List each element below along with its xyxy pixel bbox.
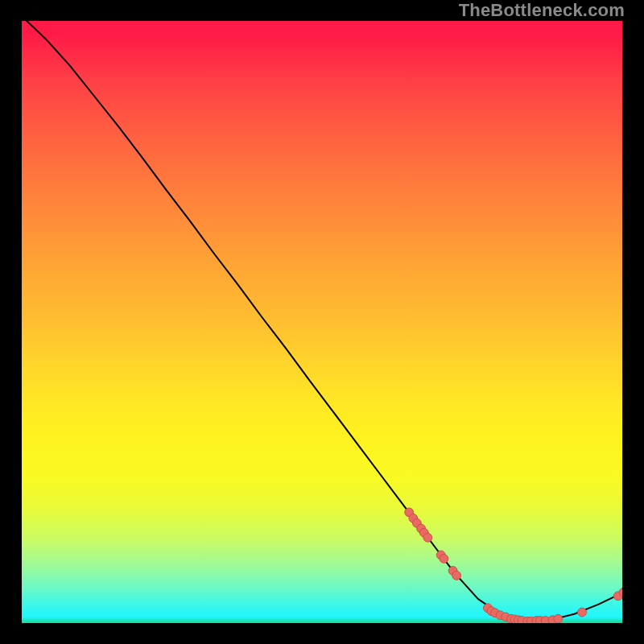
data-point xyxy=(578,608,587,617)
chart-svg xyxy=(22,21,622,623)
watermark-text: TheBottleneck.com xyxy=(459,0,625,21)
data-point xyxy=(554,614,563,623)
curve-line xyxy=(22,21,622,621)
plot-area xyxy=(22,21,622,623)
data-point xyxy=(423,533,432,542)
data-point xyxy=(440,555,448,564)
data-point xyxy=(452,572,461,580)
chart-stage: TheBottleneck.com xyxy=(0,0,644,644)
